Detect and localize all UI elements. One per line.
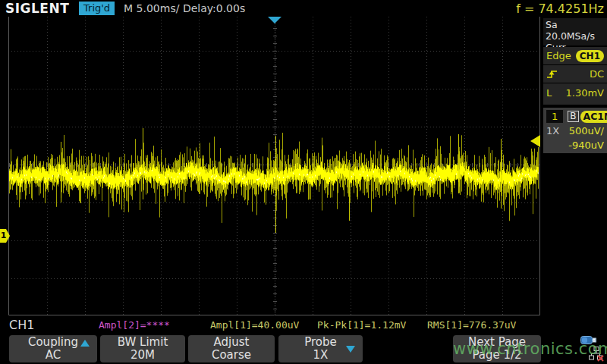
trigger-level-marker-icon[interactable] bbox=[530, 135, 540, 147]
oscilloscope-screen: SIGLENT Trig'd M 5.00ms/ Delay:0.00s f =… bbox=[0, 0, 607, 364]
menu-value: AC bbox=[9, 349, 97, 362]
sample-rate: Sa 20.0MSa/s bbox=[546, 19, 605, 42]
channel-coupling-badge: AC1M bbox=[580, 111, 607, 123]
rising-edge-icon bbox=[546, 68, 558, 80]
trigger-source-badge: CH1 bbox=[576, 50, 604, 62]
menu-button-probe[interactable]: Probe 1X bbox=[278, 335, 363, 362]
trigger-type: Edge bbox=[546, 50, 571, 61]
timebase-delay-readout: M 5.00ms/ Delay:0.00s bbox=[124, 2, 245, 14]
trigger-level-value: 1.30mV bbox=[565, 87, 604, 99]
probe-attenuation: 1X bbox=[546, 125, 559, 136]
acquisition-panel: Sa 20.0MSa/s Curr 1.40Mpts bbox=[543, 18, 607, 46]
waveform-display bbox=[8, 17, 540, 315]
trigger-level-row: L 1.30mV bbox=[543, 83, 607, 102]
measurement-pkpk1: Pk-Pk[1]=1.12mV bbox=[317, 319, 406, 331]
menu-button-coupling[interactable]: Coupling AC bbox=[9, 335, 97, 362]
watermark: www.cntronics.com bbox=[453, 340, 607, 358]
menu-button-adjust[interactable]: Adjust Coarse bbox=[188, 335, 275, 362]
vertical-offset: -940uV bbox=[568, 140, 604, 151]
menu-label: Adjust bbox=[188, 336, 275, 349]
top-status-bar: SIGLENT Trig'd M 5.00ms/ Delay:0.00s f =… bbox=[0, 0, 607, 17]
vertical-scale: 500uV/ bbox=[569, 125, 604, 136]
frequency-counter: f = 74.4251Hz bbox=[516, 2, 604, 16]
trigger-position-marker-icon[interactable] bbox=[268, 17, 281, 24]
measurement-rms1: RMS[1]=776.37uV bbox=[427, 319, 516, 331]
menu-label: BW Limit bbox=[100, 336, 185, 349]
chevron-down-icon bbox=[346, 346, 355, 353]
trigger-status-badge: Trig'd bbox=[79, 2, 115, 15]
measurement-ampl1: Ampl[1]=40.00uV bbox=[210, 319, 299, 331]
chevron-up-icon bbox=[80, 340, 90, 347]
menu-value: 20M bbox=[100, 349, 185, 362]
trigger-slope-row: DC bbox=[543, 65, 607, 83]
channel1-panel[interactable]: 1 B AC1M 1X 500uV/ -940uV bbox=[543, 108, 607, 153]
menu-value: Coarse bbox=[188, 349, 275, 362]
trigger-type-row: Edge CH1 bbox=[543, 47, 607, 65]
siglent-logo: SIGLENT bbox=[5, 1, 77, 16]
trigger-panel[interactable]: Edge CH1 DC L 1.30mV bbox=[543, 47, 607, 105]
measurement-bar: CH1 Ampl[2]=**** Ampl[1]=40.00uV Pk-Pk[1… bbox=[0, 315, 607, 334]
menu-button-bw-limit[interactable]: BW Limit 20M bbox=[100, 335, 185, 362]
channel-number-badge: 1 bbox=[546, 110, 563, 123]
measurement-ampl2: Ampl[2]=**** bbox=[99, 319, 170, 331]
trigger-level-label: L bbox=[546, 87, 552, 99]
channel-label: CH1 bbox=[9, 318, 34, 332]
bandwidth-limit-badge: B bbox=[568, 111, 578, 122]
trigger-coupling: DC bbox=[590, 68, 604, 80]
